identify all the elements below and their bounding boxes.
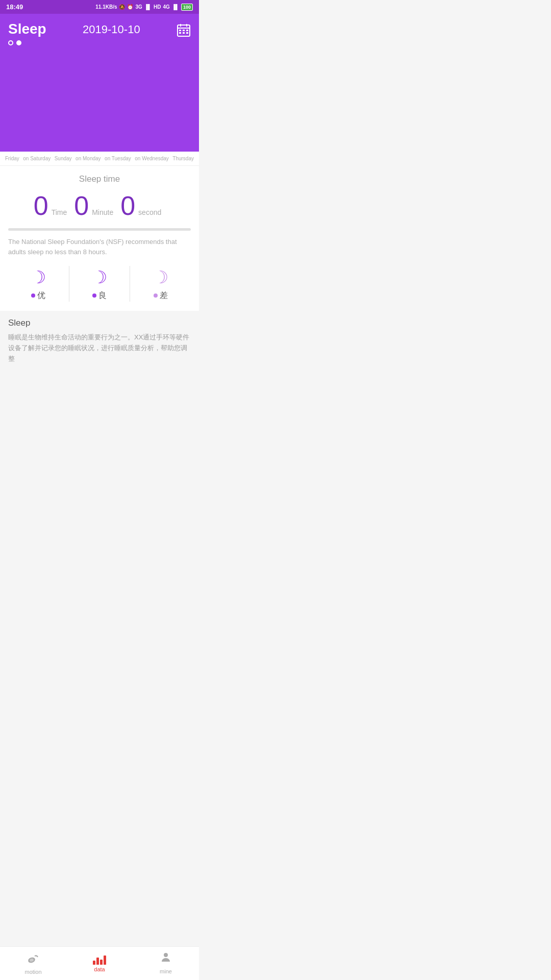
page-dot-2: [16, 40, 21, 45]
quality-label-excellent: 优: [31, 290, 45, 301]
moon-icon-excellent: ☽: [31, 267, 46, 287]
svg-rect-8: [183, 32, 185, 34]
sleep-time-display: 0 Time 0 Minute 0 second: [8, 190, 191, 221]
sleep-minutes: 0: [74, 190, 89, 221]
moon-icon-good: ☽: [92, 267, 107, 287]
status-bar: 18:49 11.1KB/s 🔕 ⏰ 3G ▐▌ HD 4G ▐▌ 100: [0, 0, 199, 14]
day-label-4: on Monday: [76, 156, 101, 161]
sleep-time-section: Sleep time 0 Time 0 Minute 0 second The …: [0, 166, 199, 311]
quality-text-poor: 差: [160, 290, 168, 301]
sleep-progress-bar: [8, 228, 191, 231]
page-dot-1: [8, 40, 13, 45]
moon-icon-poor: ☽: [153, 267, 168, 287]
network-4g: 4G: [163, 4, 169, 10]
signal-icon: ▐▌: [144, 4, 152, 10]
sleep-hours-unit: Time: [52, 208, 67, 216]
page-dots: [8, 40, 46, 45]
sleep-quality-row: ☽ 优 ☽ 良 ☽ 差: [8, 264, 191, 306]
sleep-seconds: 0: [120, 190, 135, 221]
quality-label-poor: 差: [154, 290, 168, 301]
quality-label-good: 良: [92, 290, 107, 301]
day-label-6: on Wednesday: [135, 156, 169, 161]
quality-dot-excellent: [31, 293, 35, 298]
svg-rect-6: [186, 30, 188, 31]
app-header: Sleep 2019-10-10: [0, 14, 199, 50]
quality-dot-poor: [154, 293, 158, 298]
hd-icon: HD: [154, 4, 161, 10]
battery-indicator: 100: [181, 4, 193, 11]
status-time: 18:49: [6, 3, 23, 11]
quality-item-good: ☽ 良: [69, 267, 130, 301]
sleep-info-title: Sleep: [8, 318, 191, 328]
mute-icon: 🔕: [119, 4, 125, 10]
svg-rect-4: [179, 30, 181, 31]
day-label-3: Sunday: [55, 156, 72, 161]
quality-item-poor: ☽ 差: [130, 267, 191, 301]
calendar-button[interactable]: [177, 23, 191, 40]
svg-rect-9: [186, 32, 188, 34]
quality-dot-good: [92, 293, 96, 298]
status-right: 11.1KB/s 🔕 ⏰ 3G ▐▌ HD 4G ▐▌ 100: [95, 4, 193, 11]
day-label-2: on Saturday: [23, 156, 51, 161]
sleep-info-section: Sleep 睡眠是生物维持生命活动的重要行为之一。XX通过手环等硬件设备了解并记…: [0, 311, 199, 405]
quality-text-good: 良: [98, 290, 107, 301]
day-label-1: Friday: [5, 156, 19, 161]
day-label-7: Thursday: [172, 156, 194, 161]
header-date: 2019-10-10: [83, 23, 140, 36]
sleep-chart-area: [0, 50, 199, 152]
sleep-info-text: 睡眠是生物维持生命活动的重要行为之一。XX通过手环等硬件设备了解并记录您的睡眠状…: [8, 332, 191, 364]
svg-rect-5: [183, 30, 185, 31]
header-left: Sleep: [8, 21, 46, 45]
day-labels-row: Friday on Saturday Sunday on Monday on T…: [0, 152, 199, 166]
sleep-hours: 0: [34, 190, 48, 221]
sleep-seconds-unit: second: [138, 208, 161, 216]
network-3g: 3G: [135, 4, 142, 10]
sleep-time-title: Sleep time: [8, 174, 191, 184]
day-label-5: on Tuesday: [105, 156, 131, 161]
svg-rect-7: [179, 32, 181, 34]
nsf-recommendation: The National Sleep Foundation's (NSF) re…: [8, 237, 191, 257]
network-speed: 11.1KB/s: [95, 4, 117, 10]
app-title: Sleep: [8, 21, 46, 37]
signal-icon-2: ▐▌: [172, 4, 179, 10]
sleep-minutes-unit: Minute: [92, 208, 113, 216]
quality-text-excellent: 优: [37, 290, 45, 301]
quality-item-excellent: ☽ 优: [8, 267, 69, 301]
alarm-icon: ⏰: [127, 4, 133, 10]
